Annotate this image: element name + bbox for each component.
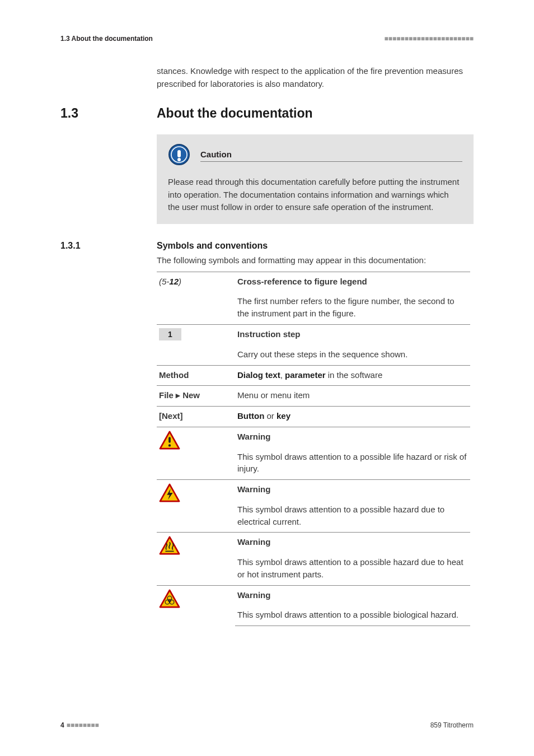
page-header: 1.3 About the documentation ■■■■■■■■■■■■…: [60, 35, 474, 43]
method-label: Method: [157, 365, 235, 386]
footer-product: 859 Titrotherm: [430, 721, 474, 729]
menu-label: File ▸ New: [157, 386, 235, 407]
caution-head: Caution: [168, 143, 462, 168]
table-row: [Next] Button or key: [157, 407, 470, 427]
warning-biohazard-icon: [157, 585, 235, 626]
table-row: Method Dialog text, parameter in the sof…: [157, 365, 470, 386]
caution-body: Please read through this documentation c…: [168, 176, 462, 214]
svg-point-6: [168, 444, 171, 446]
svg-point-3: [177, 158, 181, 161]
page-footer: 4 ■■■■■■■■ 859 Titrotherm: [60, 721, 474, 729]
continuation-paragraph: stances. Knowledge with respect to the a…: [157, 65, 474, 90]
button-desc: Button or key: [235, 407, 470, 427]
header-section-label: 1.3 About the documentation: [60, 35, 153, 43]
instruction-step-head: Instruction step: [235, 324, 470, 345]
caution-title: Caution: [200, 150, 462, 162]
svg-rect-5: [168, 437, 171, 442]
caution-icon: [168, 143, 190, 168]
section-number: 1.3: [60, 106, 157, 121]
caution-box: Caution Please read through this documen…: [157, 134, 474, 224]
table-row: Warning: [157, 585, 470, 605]
table-row: Warning: [157, 533, 470, 553]
warning-general-head: Warning: [235, 427, 470, 447]
footer-left: 4 ■■■■■■■■: [60, 721, 99, 729]
warning-electrical-body: This symbol draws attention to a possibl…: [235, 500, 470, 533]
table-row: Warning: [157, 480, 470, 500]
symbols-table: (5-12) Cross-reference to figure legend …: [157, 272, 470, 627]
warning-general-body: This symbol draws attention to a possibl…: [235, 447, 470, 480]
warning-electrical-icon: [157, 480, 235, 533]
warning-electrical-head: Warning: [235, 480, 470, 500]
warning-heat-body: This symbol draws attention to a possibl…: [235, 553, 470, 585]
method-desc: Dialog text, parameter in the software: [235, 365, 470, 386]
subsection-number: 1.3.1: [60, 241, 157, 251]
table-row: File ▸ New Menu or menu item: [157, 386, 470, 407]
footer-dashes: ■■■■■■■■: [67, 721, 99, 729]
table-row: 1 Instruction step: [157, 324, 470, 345]
table-row: (5-12) Cross-reference to figure legend: [157, 272, 470, 292]
menu-desc: Menu or menu item: [235, 386, 470, 407]
cross-ref-body: The first number refers to the figure nu…: [235, 292, 470, 324]
cross-ref-example: (5-12): [157, 272, 235, 292]
section-heading: 1.3 About the documentation: [60, 106, 474, 121]
warning-bio-body: This symbol draws attention to a possibl…: [235, 605, 470, 626]
warning-heat-head: Warning: [235, 533, 470, 553]
subsection-title: Symbols and conventions: [157, 241, 268, 251]
instruction-step-body: Carry out these steps in the sequence sh…: [235, 345, 470, 365]
svg-rect-2: [177, 150, 181, 157]
header-dashes: ■■■■■■■■■■■■■■■■■■■■■■: [385, 35, 474, 43]
instruction-step-icon: 1: [157, 324, 235, 345]
section-title: About the documentation: [157, 106, 313, 121]
table-row: Warning: [157, 427, 470, 447]
page-number: 4: [60, 721, 64, 729]
subsection-intro: The following symbols and formatting may…: [157, 255, 474, 265]
svg-marker-11: [160, 590, 179, 607]
button-label: [Next]: [157, 407, 235, 427]
table-row: The first number refers to the figure nu…: [157, 292, 470, 324]
warning-general-icon: [157, 427, 235, 479]
cross-ref-head: Cross-reference to figure legend: [235, 272, 470, 292]
table-row: Carry out these steps in the sequence sh…: [157, 345, 470, 365]
subsection-heading: 1.3.1 Symbols and conventions: [60, 241, 474, 251]
warning-bio-head: Warning: [235, 585, 470, 605]
continuation-text: stances. Knowledge with respect to the a…: [157, 65, 474, 90]
warning-heat-icon: [157, 533, 235, 585]
